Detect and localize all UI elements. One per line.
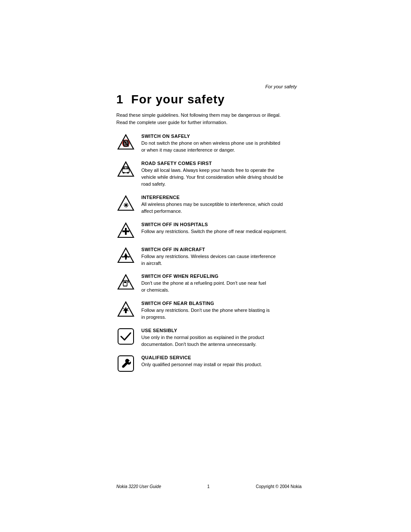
svg-rect-20 — [124, 281, 126, 283]
blasting-content: SWITCH OFF NEAR BLASTING Follow any rest… — [141, 300, 302, 321]
blasting-title: SWITCH OFF NEAR BLASTING — [141, 301, 302, 306]
safety-item-qualified-service: QUALIFIED SERVICE Only qualified personn… — [116, 354, 302, 373]
switch-on-safely-title: SWITCH ON SAFELY — [141, 134, 302, 139]
refueling-content: SWITCH OFF WHEN REFUELING Don't use the … — [141, 273, 302, 294]
page: For your safety 1For your safety Read th… — [0, 0, 411, 532]
hospital-icon — [116, 221, 135, 240]
refueling-text: Don't use the phone at a refueling point… — [141, 280, 302, 294]
use-sensibly-icon — [116, 327, 135, 346]
road-safety-icon — [116, 160, 135, 179]
safety-item-road-safety: ROAD SAFETY COMES FIRST Obey all local l… — [116, 160, 302, 188]
footer-right: Copyright © 2004 Nokia — [256, 484, 302, 489]
aircraft-title: SWITCH OFF IN AIRCRAFT — [141, 247, 302, 252]
header-label: For your safety — [265, 84, 297, 89]
safety-item-use-sensibly: USE SENSIBLY Use only in the normal posi… — [116, 327, 302, 348]
safety-item-hospitals: SWITCH OFF IN HOSPITALS Follow any restr… — [116, 221, 302, 240]
interference-text: All wireless phones may be susceptible t… — [141, 201, 302, 215]
blasting-text: Follow any restrictions. Don't use the p… — [141, 307, 302, 321]
safety-item-aircraft: SWITCH OFF IN AIRCRAFT Follow any restri… — [116, 246, 302, 267]
interference-icon: ✳ — [116, 194, 135, 213]
safety-item-refueling: SWITCH OFF WHEN REFUELING Don't use the … — [116, 273, 302, 294]
svg-rect-16 — [122, 230, 129, 232]
qualified-service-title: QUALIFIED SERVICE — [141, 355, 302, 360]
content-area: 1For your safety Read these simple guide… — [116, 93, 302, 379]
road-safety-content: ROAD SAFETY COMES FIRST Obey all local l… — [141, 160, 302, 188]
aircraft-icon — [116, 246, 135, 265]
switch-on-icon: 📵 — [116, 133, 135, 152]
qualified-service-text: Only qualified personnel may install or … — [141, 361, 302, 368]
safety-item-switch-on-safely: 📵 SWITCH ON SAFELY Do not switch the pho… — [116, 133, 302, 154]
road-safety-title: ROAD SAFETY COMES FIRST — [141, 161, 302, 166]
footer: Nokia 3220 User Guide 1 Copyright © 2004… — [116, 484, 302, 489]
svg-rect-11 — [126, 167, 128, 169]
svg-point-8 — [123, 172, 125, 174]
refueling-icon — [116, 273, 135, 292]
intro-text: Read these simple guidelines. Not follow… — [116, 112, 302, 126]
svg-point-9 — [127, 172, 129, 174]
qualified-service-icon — [116, 354, 135, 373]
aircraft-text: Follow any restrictions. Wireless device… — [141, 253, 302, 267]
refueling-title: SWITCH OFF WHEN REFUELING — [141, 274, 302, 279]
hospitals-text: Follow any restrictions. Switch the phon… — [141, 228, 302, 235]
footer-left: Nokia 3220 User Guide — [116, 484, 161, 489]
chapter-number: 1 — [116, 93, 124, 106]
hospitals-content: SWITCH OFF IN HOSPITALS Follow any restr… — [141, 221, 302, 235]
road-safety-text: Obey all local laws. Always keep your ha… — [141, 167, 302, 188]
chapter-title: 1For your safety — [116, 93, 302, 106]
safety-item-interference: ✳ INTERFERENCE All wireless phones may b… — [116, 194, 302, 215]
switch-on-safely-content: SWITCH ON SAFELY Do not switch the phone… — [141, 133, 302, 154]
hospitals-title: SWITCH OFF IN HOSPITALS — [141, 222, 302, 227]
aircraft-content: SWITCH OFF IN AIRCRAFT Follow any restri… — [141, 246, 302, 267]
chapter-title-text: For your safety — [131, 93, 225, 106]
svg-text:✳: ✳ — [123, 202, 129, 209]
interference-content: INTERFERENCE All wireless phones may be … — [141, 194, 302, 215]
use-sensibly-content: USE SENSIBLY Use only in the normal posi… — [141, 327, 302, 348]
use-sensibly-text: Use only in the normal position as expla… — [141, 334, 302, 348]
svg-rect-23 — [118, 329, 134, 344]
footer-center: 1 — [207, 484, 210, 489]
switch-on-safely-text: Do not switch the phone on when wireless… — [141, 140, 302, 154]
svg-rect-10 — [124, 167, 125, 169]
use-sensibly-title: USE SENSIBLY — [141, 328, 302, 333]
blasting-icon — [116, 300, 135, 319]
interference-title: INTERFERENCE — [141, 195, 302, 200]
qualified-service-content: QUALIFIED SERVICE Only qualified personn… — [141, 354, 302, 368]
safety-item-blasting: SWITCH OFF NEAR BLASTING Follow any rest… — [116, 300, 302, 321]
svg-rect-19 — [123, 280, 127, 286]
